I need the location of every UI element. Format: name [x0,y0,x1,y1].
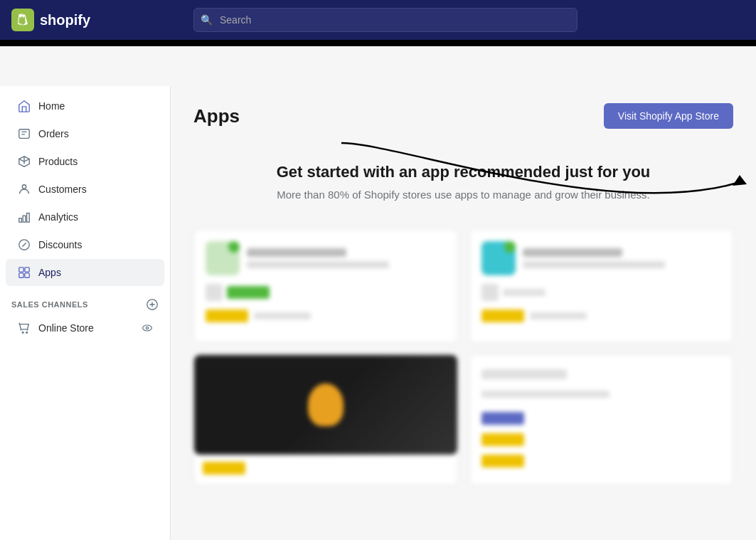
svg-point-14 [146,327,148,329]
discounts-icon [17,238,31,252]
svg-point-12 [26,332,28,333]
sidebar-item-orders[interactable]: Orders [6,120,164,147]
svg-point-1 [22,185,26,189]
customers-icon [17,182,31,196]
search-input[interactable] [193,8,577,32]
search-icon: 🔍 [201,14,213,26]
sales-channels-header: SALES CHANNELS [0,287,170,314]
sidebar: Home Orders Products [0,86,171,540]
svg-rect-9 [25,273,29,277]
svg-rect-2 [19,218,22,222]
analytics-icon [17,210,31,224]
visit-store-button[interactable]: Visit Shopify App Store [604,103,733,129]
orders-label: Orders [38,128,69,139]
svg-point-11 [22,332,23,333]
svg-rect-8 [19,273,23,277]
discounts-label: Discounts [38,239,82,250]
online-store-icon [17,321,31,335]
app-card-2[interactable] [469,229,734,343]
customers-label: Customers [38,184,87,195]
orders-icon [17,127,31,141]
apps-label: Apps [38,267,61,278]
app-card-3[interactable] [193,354,458,485]
sidebar-item-apps[interactable]: Apps [6,259,164,286]
add-channel-icon[interactable] [146,298,159,311]
sales-channels-label: SALES CHANNELS [11,300,88,309]
products-icon [17,154,31,169]
shopify-logo-icon [11,9,34,31]
sidebar-item-online-store[interactable]: Online Store [6,314,164,342]
sidebar-item-discounts[interactable]: Discounts [6,231,164,258]
layout: Home Orders Products [0,86,756,540]
app-card-1[interactable] [193,229,458,343]
apps-grid [193,229,733,485]
logo-text: shopify [40,12,90,28]
sidebar-item-analytics[interactable]: Analytics [6,203,164,231]
home-icon [17,99,31,113]
promo-subtitle: More than 80% of Shopify stores use apps… [193,189,733,201]
online-store-visibility-icon[interactable] [142,322,153,334]
analytics-label: Analytics [38,211,78,223]
main-content: Apps Visit Shopify App Store Get started… [171,86,756,540]
search-bar: 🔍 [193,8,577,32]
sidebar-item-products[interactable]: Products [6,148,164,175]
home-label: Home [38,100,65,112]
sidebar-item-home[interactable]: Home [6,92,164,120]
promo-title: Get started with an app recommended just… [193,163,733,181]
app-card-4[interactable] [469,354,734,485]
page-title: Apps [193,105,240,127]
shopify-logo[interactable]: shopify [11,9,182,31]
svg-point-13 [143,325,152,331]
online-store-label: Online Store [38,322,94,334]
header: shopify 🔍 [0,0,756,40]
svg-marker-15 [733,175,747,186]
sidebar-item-customers[interactable]: Customers [6,176,164,203]
page-header: Apps Visit Shopify App Store [193,103,733,129]
svg-rect-7 [25,268,29,272]
apps-icon [17,265,31,280]
promo-section: Get started with an app recommended just… [193,146,733,223]
products-label: Products [38,156,78,167]
svg-rect-6 [19,268,23,272]
svg-rect-4 [27,213,30,223]
svg-rect-0 [19,129,29,139]
svg-rect-3 [23,216,26,222]
online-store-left: Online Store [17,321,94,335]
